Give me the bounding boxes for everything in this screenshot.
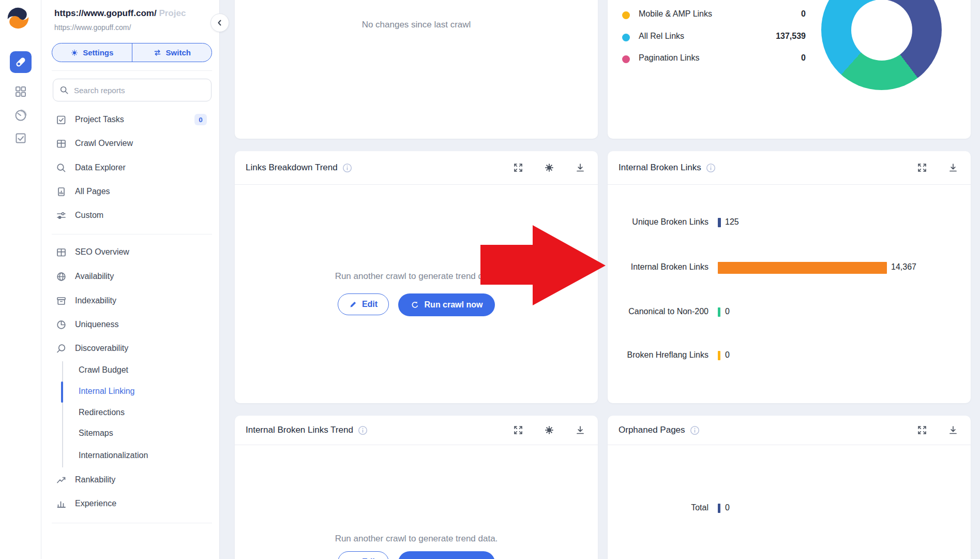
tasks-icon[interactable] xyxy=(14,131,27,145)
info-icon[interactable] xyxy=(358,425,368,435)
sidebar-item-indexability[interactable]: Indexability xyxy=(56,295,116,307)
project-url: https://www.gopuff.com/ Projec xyxy=(54,8,203,19)
chart-row-label: Unique Broken Links xyxy=(608,217,708,227)
project-actions: Settings Switch xyxy=(52,43,212,62)
gear-icon[interactable] xyxy=(544,163,554,173)
trend-empty-text: Run another crawl to generate trend data… xyxy=(235,534,598,544)
project-name-truncated: Projec xyxy=(157,8,186,18)
red-annotation-arrow xyxy=(480,225,606,305)
sidebar-item-availability[interactable]: Availability xyxy=(56,270,114,283)
gear-icon[interactable] xyxy=(544,425,554,435)
divider xyxy=(52,523,212,523)
internal-broken-links-trend-card: Internal Broken Links Trend Run another … xyxy=(235,416,598,559)
sidebar-item-label: SEO Overview xyxy=(75,247,129,257)
legend-dot xyxy=(622,55,630,63)
pencil-icon xyxy=(349,300,357,308)
expand-icon[interactable] xyxy=(513,425,523,435)
gear-icon xyxy=(70,49,79,57)
info-icon[interactable] xyxy=(706,163,716,173)
sidebar-item-project-tasks[interactable]: Project Tasks xyxy=(56,113,124,126)
sidebar-collapse-button[interactable] xyxy=(210,13,229,32)
switch-arrows-icon xyxy=(153,48,162,57)
sidebar-item-discoverability[interactable]: Discoverability xyxy=(56,342,128,355)
sidebar-item-internationalization[interactable]: Internationalization xyxy=(79,449,148,462)
card-title: Links Breakdown Trend xyxy=(246,163,338,173)
sidebar-item-experience[interactable]: Experience xyxy=(56,497,116,510)
expand-icon[interactable] xyxy=(917,163,927,173)
edit-button[interactable]: Edit xyxy=(338,551,389,559)
links-breakdown-card: Mobile & AMP Links 0 All Rel Links 137,5… xyxy=(608,0,971,139)
sidebar-item-label: Discoverability xyxy=(75,344,128,353)
card-header: Orphaned Pages xyxy=(608,416,971,445)
sliders-icon xyxy=(56,210,67,221)
expand-icon[interactable] xyxy=(917,425,927,435)
chart-row-label: Total xyxy=(608,503,708,512)
info-icon[interactable] xyxy=(342,163,352,173)
card-header: Internal Broken Links xyxy=(608,151,971,185)
chevron-left-icon xyxy=(216,19,224,27)
card-actions xyxy=(513,425,585,435)
legend-value: 137,539 xyxy=(776,32,806,41)
sitebulb-logo-icon[interactable] xyxy=(7,7,29,30)
download-icon[interactable] xyxy=(575,425,585,435)
sidebar-item-uniqueness[interactable]: Uniqueness xyxy=(56,318,119,331)
chart-row[interactable]: Total 0 xyxy=(608,501,971,516)
download-icon[interactable] xyxy=(948,425,958,435)
sidebar-item-seo-overview[interactable]: SEO Overview xyxy=(56,246,129,258)
legend-value: 0 xyxy=(801,53,806,63)
download-icon[interactable] xyxy=(575,163,585,173)
sidebar-item-label: All Pages xyxy=(75,187,110,196)
links-breakdown-donut[interactable] xyxy=(821,0,942,90)
table-icon xyxy=(56,138,67,149)
icon-rail xyxy=(0,0,41,559)
search-icon xyxy=(59,85,69,95)
settings-button[interactable]: Settings xyxy=(52,43,132,62)
sidebar-item-custom[interactable]: Custom xyxy=(56,209,103,222)
globe-icon xyxy=(56,271,67,282)
chart-row-label: Canonical to Non-200 xyxy=(608,307,708,316)
gauge-icon[interactable] xyxy=(14,109,27,122)
sidebar-item-label: Data Explorer xyxy=(75,163,126,172)
info-icon[interactable] xyxy=(690,425,700,435)
project-tasks-badge: 0 xyxy=(194,114,207,125)
search-input[interactable] xyxy=(53,79,212,101)
sidebar-item-data-explorer[interactable]: Data Explorer xyxy=(56,161,126,174)
edit-button[interactable]: Edit xyxy=(338,293,389,315)
card-actions xyxy=(513,163,585,173)
chart-bar xyxy=(718,262,887,274)
sidebar-item-redirections[interactable]: Redirections xyxy=(79,406,125,419)
sidebar-item-crawl-budget[interactable]: Crawl Budget xyxy=(79,364,128,376)
project-tasks-icon xyxy=(56,114,67,125)
active-audit-tile[interactable] xyxy=(10,51,32,73)
sidebar-item-internal-linking[interactable]: Internal Linking xyxy=(79,385,135,398)
chart-row[interactable]: Internal Broken Links 14,367 xyxy=(608,260,971,275)
sidebar-item-sitemaps[interactable]: Sitemaps xyxy=(79,427,113,439)
switch-button[interactable]: Switch xyxy=(132,43,212,62)
divider xyxy=(52,70,212,71)
apps-grid-icon[interactable] xyxy=(14,85,27,98)
sidebar-item-all-pages[interactable]: All Pages xyxy=(56,185,110,198)
chart-row[interactable]: Broken Hreflang Links 0 xyxy=(608,348,971,363)
bar-chart-icon xyxy=(56,498,67,509)
legend-value: 0 xyxy=(801,9,806,19)
sidebar-item-rankability[interactable]: Rankability xyxy=(56,474,115,486)
run-crawl-now-button[interactable]: Run crawl now xyxy=(398,551,495,559)
chart-row[interactable]: Canonical to Non-200 0 xyxy=(608,305,971,319)
sidebar-item-label: Uniqueness xyxy=(75,320,119,329)
chart-row-value: 125 xyxy=(725,217,739,227)
chart-bar xyxy=(718,504,720,513)
chart-row-label: Broken Hreflang Links xyxy=(608,350,708,360)
chart-row[interactable]: Unique Broken Links 125 xyxy=(608,215,971,230)
card-title: Orphaned Pages xyxy=(619,425,685,435)
url-fade-overlay xyxy=(188,7,204,21)
expand-icon[interactable] xyxy=(513,163,523,173)
legend-label: Mobile & AMP Links xyxy=(639,9,712,19)
divider xyxy=(52,234,212,234)
chart-row-value: 0 xyxy=(725,350,730,360)
magnifier-icon xyxy=(56,163,67,173)
pie-icon xyxy=(56,319,67,330)
card-title: Internal Broken Links xyxy=(619,163,701,173)
sidebar-item-crawl-overview[interactable]: Crawl Overview xyxy=(56,137,133,150)
download-icon[interactable] xyxy=(948,163,958,173)
app-window: https://www.gopuff.com/ Projec https://w… xyxy=(0,0,980,559)
